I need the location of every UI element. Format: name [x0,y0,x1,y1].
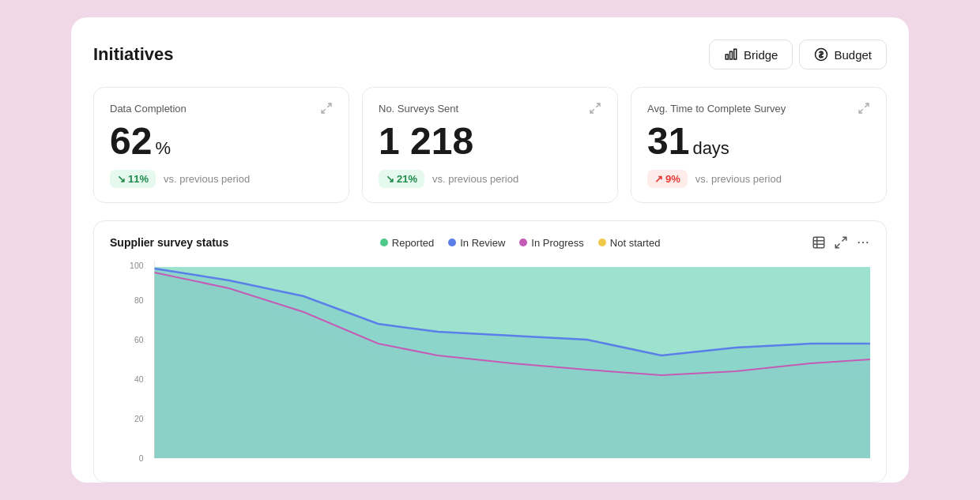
bridge-label: Bridge [744,48,778,62]
svg-rect-0 [726,55,728,59]
svg-rect-1 [730,51,733,59]
metric-data-completion: Data Completion 62% ↘ 11% vs. previous p… [93,87,349,203]
legend-reported: Reported [380,237,434,249]
metric-value-1: 1 218 [379,122,601,160]
chart-title: Supplier survey status [110,236,228,249]
metric-label-0: Data Completion [110,102,333,115]
metric-footer-1: ↘ 21% vs. previous period [379,170,601,188]
expand-icon-2[interactable] [858,102,870,115]
table-view-icon[interactable] [812,235,826,250]
main-card: Initiatives Bridge Budget Data Completio… [71,17,909,483]
chart-legend: Reported In Review In Progress Not start… [380,237,661,249]
metric-avg-time: Avg. Time to Complete Survey 31days ↗ 9%… [631,87,887,203]
metric-footer-0: ↘ 11% vs. previous period [110,170,333,188]
metric-surveys-sent: No. Surveys Sent 1 218 ↘ 21% vs. previou… [362,87,618,203]
chart-controls [812,235,870,250]
legend-dot-in-progress [519,239,527,246]
badge-1: ↘ 21% [379,170,424,188]
bar-chart-icon [724,47,738,62]
expand-chart-icon[interactable] [834,235,848,250]
metric-label-1: No. Surveys Sent [379,102,601,115]
legend-dot-not-started [598,239,606,246]
bridge-button[interactable]: Bridge [709,39,793,70]
more-options-icon[interactable] [856,235,870,250]
legend-not-started: Not started [598,237,661,249]
svg-point-6 [862,242,864,243]
svg-text:100: 100 [130,261,143,270]
svg-text:0: 0 [139,453,144,463]
svg-rect-4 [813,237,824,248]
header: Initiatives Bridge Budget [93,39,887,70]
chart-header: Supplier survey status Reported In Revie… [110,235,870,250]
badge-0: ↘ 11% [110,170,156,188]
legend-dot-reported [380,239,388,246]
metrics-row: Data Completion 62% ↘ 11% vs. previous p… [93,87,887,203]
metric-label-2: Avg. Time to Complete Survey [647,102,870,115]
svg-rect-2 [734,49,737,59]
badge-2: ↗ 9% [647,170,688,188]
svg-text:40: 40 [134,374,144,384]
legend-in-progress: In Progress [519,237,583,249]
budget-label: Budget [834,48,872,62]
svg-text:60: 60 [134,335,144,344]
legend-in-review: In Review [448,237,505,249]
svg-text:80: 80 [134,295,144,305]
page-title: Initiatives [93,44,173,65]
dollar-icon [814,47,828,62]
expand-icon-1[interactable] [589,102,601,115]
metric-value-2: 31days [647,122,870,160]
legend-dot-in-review [448,239,456,246]
metric-value-0: 62% [110,122,333,160]
expand-icon-0[interactable] [320,102,333,115]
svg-text:20: 20 [134,414,144,423]
chart-section: Supplier survey status Reported In Revie… [93,220,887,483]
metric-footer-2: ↗ 9% vs. previous period [647,170,870,188]
budget-button[interactable]: Budget [799,39,887,70]
chart-area: 0 20 40 60 80 100 [110,261,870,482]
svg-point-7 [866,242,868,243]
header-buttons: Bridge Budget [709,39,887,70]
svg-point-5 [858,242,860,243]
area-chart: 0 20 40 60 80 100 [110,261,870,482]
